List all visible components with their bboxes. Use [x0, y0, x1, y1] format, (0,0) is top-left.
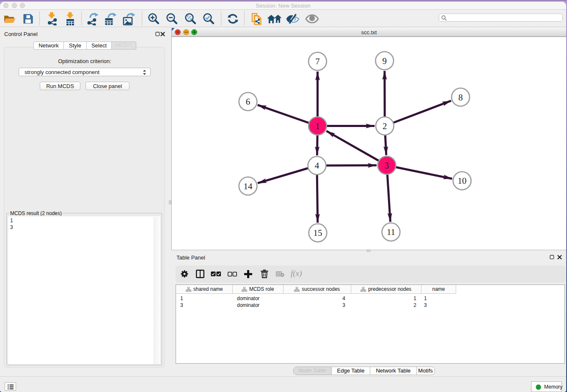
svg-text:14: 14	[244, 181, 253, 191]
svg-text:7: 7	[315, 56, 320, 66]
svg-text:9: 9	[383, 56, 387, 66]
svg-text:11: 11	[387, 227, 395, 237]
svg-text:6: 6	[246, 97, 250, 107]
svg-text:3: 3	[385, 160, 389, 171]
svg-text:2: 2	[383, 121, 387, 131]
svg-text:4: 4	[315, 160, 319, 171]
svg-text:1: 1	[315, 121, 320, 131]
svg-text:10: 10	[458, 176, 467, 186]
svg-text:8: 8	[458, 92, 463, 102]
svg-text:15: 15	[314, 228, 322, 238]
